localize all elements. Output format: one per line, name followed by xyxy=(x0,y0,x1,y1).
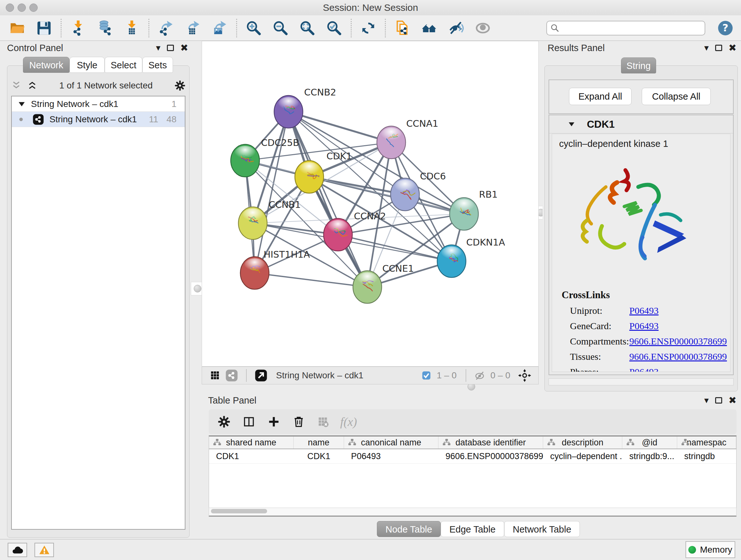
network-node-CDKN1A[interactable] xyxy=(437,245,466,277)
delete-table-icon xyxy=(317,415,329,428)
column-header-canonical-name[interactable]: canonical name xyxy=(344,436,439,449)
column-header-namespac[interactable]: namespac xyxy=(677,436,736,449)
tab-string[interactable]: String xyxy=(621,57,656,73)
cell-namespac[interactable]: stringdb xyxy=(677,449,736,463)
grid-view-icon[interactable] xyxy=(209,369,221,381)
zoom-out-icon[interactable] xyxy=(272,19,289,37)
network-label: String Network – cdk1 xyxy=(50,114,149,125)
network-node-CCNA1[interactable] xyxy=(377,126,406,159)
export-image-icon[interactable] xyxy=(211,19,228,37)
network-edge[interactable] xyxy=(255,273,367,287)
network-node-CCNB2[interactable] xyxy=(274,96,303,128)
zoom-in-icon[interactable] xyxy=(245,19,263,37)
tab-style[interactable]: Style xyxy=(70,57,105,73)
column-header-shared-name[interactable]: shared name xyxy=(209,436,293,449)
panel-menu-icon[interactable]: ▾ xyxy=(156,42,160,54)
add-column-icon[interactable] xyxy=(267,415,281,429)
network-options-gear-icon[interactable] xyxy=(174,79,186,91)
tab-network-table[interactable]: Network Table xyxy=(504,521,580,537)
column-header-name[interactable]: name xyxy=(293,436,344,449)
node-label-CCNB1: CCNB1 xyxy=(269,199,301,210)
network-node-HIST1H1A[interactable] xyxy=(240,257,269,289)
help-button[interactable]: ? xyxy=(717,19,734,37)
export-table-icon[interactable] xyxy=(184,19,202,37)
cell-canonical-name[interactable]: P06493 xyxy=(344,449,439,463)
float-panel-icon[interactable] xyxy=(715,45,722,51)
table-horizontal-scrollbar[interactable] xyxy=(209,508,737,516)
crosslink-link[interactable]: P06493 xyxy=(629,320,659,331)
open-session-icon[interactable] xyxy=(8,19,26,37)
tab-node-table[interactable]: Node Table xyxy=(377,521,441,537)
network-node-CDK1[interactable] xyxy=(295,161,324,193)
save-session-icon[interactable] xyxy=(35,19,53,37)
cell-description[interactable]: cyclin–dependent ... xyxy=(543,449,622,463)
network-edge[interactable] xyxy=(338,235,452,261)
toggle-columns-icon[interactable] xyxy=(242,415,256,429)
expand-all-networks-icon[interactable] xyxy=(26,80,38,91)
zoom-fit-icon[interactable] xyxy=(298,19,316,37)
close-panel-icon[interactable]: ✖ xyxy=(180,42,188,54)
cell-shared-name[interactable]: CDK1 xyxy=(209,449,293,463)
table-settings-gear-icon[interactable] xyxy=(217,415,231,429)
apply-preferred-layout-icon[interactable] xyxy=(359,19,377,37)
warnings-button[interactable] xyxy=(35,543,54,557)
crosslink-link[interactable]: P06493 xyxy=(629,367,659,372)
node-label-HIST1H1A: HIST1H1A xyxy=(264,249,310,260)
table-row[interactable]: CDK1CDK1P064939606.ENSP00000378699cyclin… xyxy=(209,449,736,463)
export-network-icon[interactable] xyxy=(157,19,175,37)
close-panel-icon[interactable]: ✖ xyxy=(729,395,737,406)
memory-button[interactable]: Memory xyxy=(685,541,735,558)
zoom-selected-icon[interactable] xyxy=(325,19,343,37)
collapse-section-icon[interactable] xyxy=(567,120,576,129)
cell-name[interactable]: CDK1 xyxy=(293,449,344,463)
cloud-status-button[interactable] xyxy=(8,543,27,557)
network-node-RB1[interactable] xyxy=(450,198,478,230)
float-panel-icon[interactable] xyxy=(715,397,722,403)
network-node-CCNE1[interactable] xyxy=(353,271,382,303)
network-node-CDC6[interactable] xyxy=(391,178,419,211)
float-panel-icon[interactable] xyxy=(167,45,174,51)
tab-edge-table[interactable]: Edge Table xyxy=(441,521,504,537)
network-tree-row[interactable]: String Network – cdk11148 xyxy=(12,112,185,127)
column-header-description[interactable]: description xyxy=(543,436,622,449)
hide-selected-icon[interactable] xyxy=(447,19,465,37)
first-neighbors-icon[interactable] xyxy=(420,19,438,37)
search-field[interactable] xyxy=(546,21,705,36)
cell-database-identifier[interactable]: 9606.ENSP00000378699 xyxy=(439,449,543,463)
crosslink-link[interactable]: 9606.ENSP00000378699 xyxy=(629,336,727,347)
column-header--id[interactable]: @id xyxy=(622,436,677,449)
network-node-CCNB1[interactable] xyxy=(239,207,267,240)
selected-items-checkbox[interactable] xyxy=(421,370,431,381)
crosslink-link[interactable]: 9606.ENSP00000378699 xyxy=(629,351,727,362)
collapse-all-networks-icon[interactable] xyxy=(10,80,22,91)
expand-collapse-icon[interactable] xyxy=(17,99,26,109)
fit-content-crosshair-icon[interactable] xyxy=(518,369,531,382)
network-node-CCNA2[interactable] xyxy=(324,219,352,251)
export-webpage-icon[interactable] xyxy=(394,19,411,37)
crosslink-link[interactable]: P06493 xyxy=(629,305,659,316)
import-network-file-icon[interactable] xyxy=(69,19,87,37)
delete-column-icon[interactable] xyxy=(292,415,306,429)
expand-all-button[interactable]: Expand All xyxy=(569,88,631,105)
network-edge[interactable] xyxy=(288,112,391,142)
panel-menu-icon[interactable]: ▾ xyxy=(704,395,709,406)
node-section-header[interactable]: CDK1 xyxy=(549,115,733,133)
network-view-canvas[interactable]: CCNB2CCNA1CDC25BCDK1CDC6RB1CCNB1CCNA2CDK… xyxy=(202,41,539,367)
scrollbar-thumb[interactable] xyxy=(211,509,267,513)
cell--id[interactable]: stringdb:9... xyxy=(622,449,677,463)
tab-network[interactable]: Network xyxy=(23,57,70,73)
panel-menu-icon[interactable]: ▾ xyxy=(704,42,709,54)
network-tree-row[interactable]: String Network – cdk11 xyxy=(12,97,185,112)
import-table-icon[interactable] xyxy=(123,19,141,37)
close-panel-icon[interactable]: ✖ xyxy=(729,42,737,54)
birdseye-view-button[interactable] xyxy=(254,369,268,382)
search-input[interactable] xyxy=(560,22,702,35)
collapse-all-button[interactable]: Collapse All xyxy=(642,88,711,105)
column-header-database-identifier[interactable]: database identifier xyxy=(439,436,543,449)
results-horizontal-scrollbar[interactable] xyxy=(549,378,734,385)
network-node-CDC25B[interactable] xyxy=(231,144,259,177)
show-all-icon[interactable] xyxy=(474,19,492,37)
import-network-database-icon[interactable] xyxy=(96,19,114,37)
tab-sets[interactable]: Sets xyxy=(142,57,173,73)
tab-select[interactable]: Select xyxy=(105,57,142,73)
